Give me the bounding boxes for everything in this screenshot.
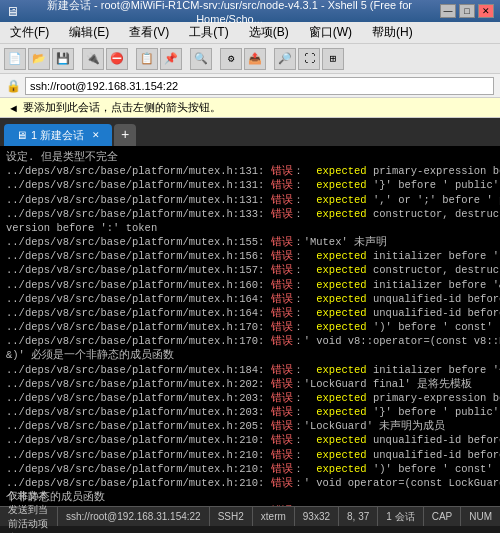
menu-bar: 文件(F) 编辑(E) 查看(V) 工具(T) 选项(B) 窗口(W) 帮助(H… bbox=[0, 22, 500, 44]
title-bar-text: 新建会话 - root@MiWiFi-R1CM-srv:/usr/src/nod… bbox=[19, 0, 440, 25]
status-terminal: xterm bbox=[253, 507, 295, 526]
tab-close-icon[interactable]: ✕ bbox=[92, 130, 100, 140]
status-cursor: 8, 37 bbox=[339, 507, 378, 526]
fullscreen-button[interactable]: ⛶ bbox=[298, 48, 320, 70]
status-bar: 仅将文本发送到当前活动项卡 ssh://root@192.168.31.154:… bbox=[0, 506, 500, 526]
zoom-in-button[interactable]: 🔎 bbox=[274, 48, 296, 70]
address-input[interactable] bbox=[25, 77, 494, 95]
tab-icon: 🖥 bbox=[16, 129, 27, 141]
menu-help[interactable]: 帮助(H) bbox=[366, 22, 419, 43]
minimize-button[interactable]: — bbox=[440, 4, 456, 18]
open-button[interactable]: 📂 bbox=[28, 48, 50, 70]
status-caps: CAP bbox=[424, 507, 462, 526]
status-connection: ssh://root@192.168.31.154:22 bbox=[58, 507, 210, 526]
close-button[interactable]: ✕ bbox=[478, 4, 494, 18]
tab-bar: 🖥 1 新建会话 ✕ + bbox=[0, 118, 500, 146]
menu-options[interactable]: 选项(B) bbox=[243, 22, 295, 43]
transfer-button[interactable]: 📤 bbox=[244, 48, 266, 70]
copy-button[interactable]: 📋 bbox=[136, 48, 158, 70]
add-tab-button[interactable]: + bbox=[114, 124, 136, 146]
info-text: 要添加到此会话，点击左侧的箭头按钮。 bbox=[23, 100, 221, 115]
status-size: 93x32 bbox=[295, 507, 339, 526]
info-arrow-icon: ◄ bbox=[8, 102, 19, 114]
settings-button[interactable]: ⚙ bbox=[220, 48, 242, 70]
menu-edit[interactable]: 编辑(E) bbox=[63, 22, 115, 43]
lock-icon: 🔒 bbox=[6, 79, 21, 93]
title-bar: 🖥 新建会话 - root@MiWiFi-R1CM-srv:/usr/src/n… bbox=[0, 0, 500, 22]
menu-window[interactable]: 窗口(W) bbox=[303, 22, 358, 43]
title-bar-buttons: — □ ✕ bbox=[440, 4, 494, 18]
status-hint: 仅将文本发送到当前活动项卡 bbox=[0, 507, 58, 526]
split-button[interactable]: ⊞ bbox=[322, 48, 344, 70]
menu-tools[interactable]: 工具(T) bbox=[183, 22, 234, 43]
status-session: 1 会话 bbox=[378, 507, 423, 526]
status-protocol: SSH2 bbox=[210, 507, 253, 526]
connect-button[interactable]: 🔌 bbox=[82, 48, 104, 70]
maximize-button[interactable]: □ bbox=[459, 4, 475, 18]
save-button[interactable]: 💾 bbox=[52, 48, 74, 70]
title-bar-icon: 🖥 bbox=[6, 4, 19, 19]
new-session-button[interactable]: 📄 bbox=[4, 48, 26, 70]
menu-view[interactable]: 查看(V) bbox=[123, 22, 175, 43]
tab-label: 1 新建会话 bbox=[31, 128, 84, 143]
menu-file[interactable]: 文件(F) bbox=[4, 22, 55, 43]
address-bar: 🔒 bbox=[0, 74, 500, 98]
status-num: NUM bbox=[461, 507, 500, 526]
terminal[interactable]: 设定. 但是类型不完全 ../deps/v8/src/base/platform… bbox=[0, 146, 500, 506]
find-button[interactable]: 🔍 bbox=[190, 48, 212, 70]
paste-button[interactable]: 📌 bbox=[160, 48, 182, 70]
toolbar: 📄 📂 💾 🔌 ⛔ 📋 📌 🔍 ⚙ 📤 🔎 ⛶ ⊞ bbox=[0, 44, 500, 74]
active-tab[interactable]: 🖥 1 新建会话 ✕ bbox=[4, 124, 112, 146]
disconnect-button[interactable]: ⛔ bbox=[106, 48, 128, 70]
info-bar: ◄ 要添加到此会话，点击左侧的箭头按钮。 bbox=[0, 98, 500, 118]
